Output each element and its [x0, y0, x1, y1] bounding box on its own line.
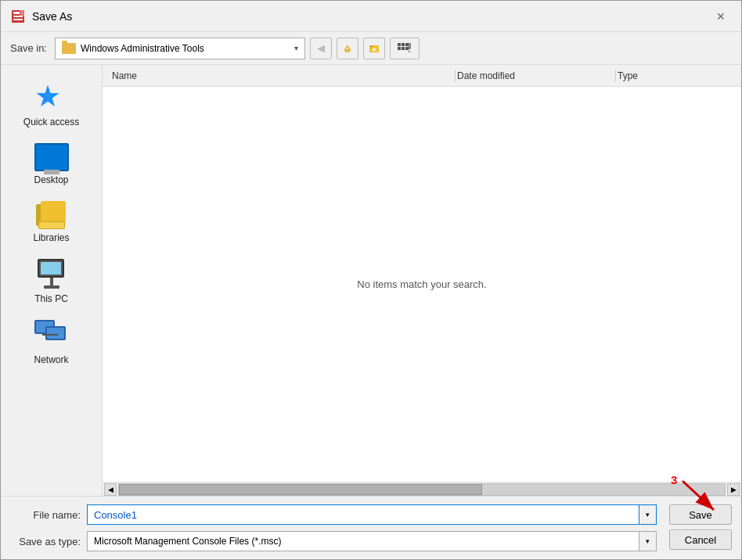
sidebar-item-label: Desktop — [34, 174, 68, 185]
dropdown-arrow-icon: ▾ — [294, 44, 298, 52]
dialog-icon — [10, 9, 26, 24]
network-icon — [34, 320, 69, 351]
col-type-header: Type — [618, 70, 735, 81]
views-button[interactable]: ▾ — [390, 38, 420, 59]
svg-rect-14 — [398, 47, 401, 50]
title-bar: Save As ✕ — [1, 1, 741, 32]
sidebar-item-label: Quick access — [23, 117, 79, 127]
file-list: No items match your search. — [103, 87, 741, 482]
empty-message: No items match your search. — [357, 278, 486, 290]
filename-label: File name: — [10, 509, 81, 521]
filetype-input[interactable] — [87, 531, 639, 551]
location-dropdown[interactable]: Windows Administrative Tools ▾ — [55, 38, 305, 59]
filename-input-wrap: ▾ — [87, 504, 657, 525]
quick-access-icon: ★ — [34, 79, 69, 113]
svg-rect-12 — [402, 43, 405, 46]
column-headers: Name Date modified Type — [103, 65, 741, 87]
libraries-icon — [36, 201, 67, 229]
filetype-label: Save as type: — [10, 536, 81, 547]
save-in-label: Save in: — [10, 42, 47, 54]
save-as-dialog: Save As ✕ Save in: Windows Administrativ… — [0, 0, 742, 560]
svg-text:▾: ▾ — [408, 47, 411, 54]
title-text: Save As — [32, 10, 710, 23]
svg-rect-15 — [402, 47, 405, 50]
up-button[interactable] — [337, 38, 358, 59]
close-button[interactable]: ✕ — [710, 5, 732, 27]
sidebar-item-quick-access[interactable]: ★ Quick access — [9, 73, 95, 134]
content-area: ★ Quick access Desktop Libraries — [1, 65, 741, 496]
svg-rect-3 — [13, 19, 23, 20]
filename-row: File name: ▾ — [10, 504, 657, 525]
new-folder-button[interactable] — [363, 38, 385, 59]
sidebar-item-network[interactable]: Network — [9, 314, 95, 372]
location-text: Windows Administrative Tools — [81, 43, 294, 54]
scroll-right-button[interactable]: ▶ — [727, 483, 740, 496]
horizontal-scrollbar: ◀ ▶ — [103, 482, 741, 496]
main-pane: Name Date modified Type No items match y… — [103, 65, 741, 496]
filetype-dropdown-button[interactable]: ▾ — [639, 531, 657, 551]
filetype-input-wrap: ▾ — [87, 531, 657, 551]
toolbar: Save in: Windows Administrative Tools ▾ … — [1, 32, 741, 65]
svg-rect-8 — [369, 45, 373, 47]
scroll-left-button[interactable]: ◀ — [104, 483, 117, 496]
filetype-row: Save as type: ▾ — [10, 531, 657, 551]
sidebar-item-this-pc[interactable]: This PC — [9, 253, 95, 311]
svg-rect-6 — [345, 49, 350, 52]
back-button[interactable]: ◀ — [310, 38, 332, 59]
sidebar-item-label: Libraries — [33, 232, 69, 243]
sidebar-item-desktop[interactable]: Desktop — [9, 137, 95, 192]
sidebar: ★ Quick access Desktop Libraries — [1, 65, 103, 496]
annotation-number: 3 — [671, 473, 677, 486]
scroll-thumb — [119, 484, 482, 495]
cancel-button[interactable]: Cancel — [669, 529, 732, 550]
col-date-header: Date modified — [457, 70, 614, 81]
svg-rect-2 — [13, 16, 23, 17]
action-buttons: Save Cancel — [669, 504, 732, 550]
svg-rect-5 — [21, 11, 23, 15]
col-name-header: Name — [109, 70, 453, 81]
sidebar-item-label: This PC — [34, 293, 68, 304]
save-button[interactable]: Save — [669, 504, 732, 525]
bottom-form: File name: ▾ Save as type: ▾ — [1, 496, 741, 559]
svg-rect-13 — [405, 43, 409, 46]
filename-dropdown-button[interactable]: ▾ — [639, 504, 657, 525]
filename-input[interactable] — [87, 504, 639, 525]
scroll-track[interactable] — [118, 483, 726, 496]
sidebar-item-label: Network — [34, 354, 68, 365]
sidebar-item-libraries[interactable]: Libraries — [9, 195, 95, 249]
folder-icon — [62, 43, 76, 54]
svg-rect-11 — [398, 43, 401, 46]
this-pc-icon — [34, 259, 69, 290]
svg-rect-1 — [13, 12, 20, 14]
desktop-icon — [34, 143, 69, 171]
